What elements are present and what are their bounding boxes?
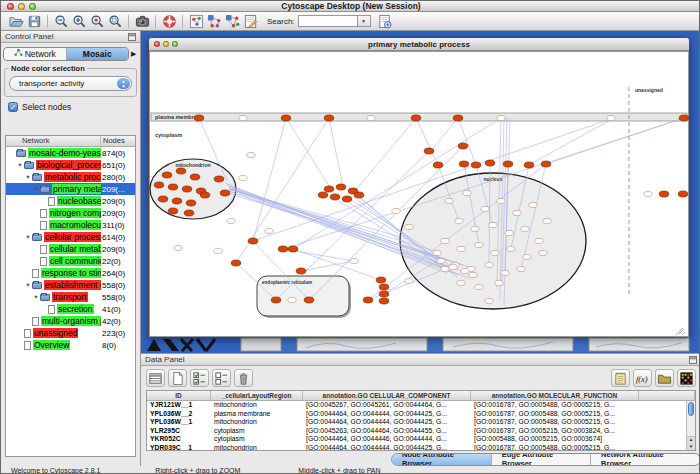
gene-node-unselected[interactable] [523, 254, 531, 259]
snapshot-icon[interactable] [133, 13, 151, 30]
table-row[interactable]: YDR039C__1mitochondrion[GO:0044464, GO:0… [147, 444, 695, 452]
gene-node-unselected[interactable] [405, 278, 413, 283]
gene-node-unselected[interactable] [489, 222, 497, 227]
title-bar[interactable]: Cytoscape Desktop (New Session) [1, 1, 700, 12]
gene-node-unselected[interactable] [543, 218, 551, 223]
gene-node[interactable] [379, 291, 389, 297]
gene-node[interactable] [363, 297, 373, 303]
gene-node-unselected[interactable] [265, 228, 273, 233]
table-scrollbar[interactable]: ▲▼ [686, 401, 695, 450]
gene-node-unselected[interactable] [449, 264, 457, 269]
import-attributes-file-icon[interactable] [655, 369, 674, 387]
gene-node[interactable] [524, 162, 534, 168]
tree-row[interactable]: secretion41(0) [6, 303, 135, 315]
table-cell[interactable]: [GO:0016787, GO:0005488, GO:0005215, G..… [471, 401, 639, 410]
tree-row[interactable]: response to stimulu264(0) [6, 267, 135, 279]
disclosure-triangle-icon[interactable]: ▼ [32, 186, 40, 192]
gene-node-unselected[interactable] [505, 230, 513, 235]
tree-row[interactable]: Overview8(0) [6, 339, 135, 351]
gene-node[interactable] [433, 162, 443, 168]
gene-node[interactable] [453, 115, 463, 121]
gene-node[interactable] [379, 298, 389, 304]
gene-node[interactable] [330, 194, 340, 200]
gene-node-unselected[interactable] [513, 210, 521, 215]
table-cell[interactable]: YLR295C [147, 427, 211, 436]
delete-attribute-icon[interactable] [234, 369, 253, 387]
gene-node[interactable] [168, 184, 178, 190]
gene-node-unselected[interactable] [471, 226, 479, 231]
gene-node[interactable] [248, 238, 258, 244]
tree-row[interactable]: mosaic-demo-yeast874(0) [6, 147, 135, 159]
gene-node[interactable] [503, 161, 513, 167]
gene-node-unselected[interactable] [475, 284, 483, 289]
gene-node-unselected[interactable] [433, 250, 441, 255]
gene-node[interactable] [190, 174, 200, 180]
gene-node[interactable] [296, 268, 306, 274]
gene-node[interactable] [186, 200, 196, 206]
gene-node-unselected[interactable] [227, 218, 235, 223]
gene-node-unselected[interactable] [539, 250, 547, 255]
gene-node-unselected[interactable] [350, 258, 358, 263]
annotate-icon[interactable] [241, 13, 259, 30]
gene-node-unselected[interactable] [455, 218, 463, 223]
gene-node[interactable] [541, 161, 551, 167]
gene-node[interactable] [162, 172, 172, 178]
search-combo-arrow[interactable]: ▼ [358, 15, 371, 27]
tree-row[interactable]: multi-organism pro42(0) [6, 315, 135, 327]
column-header[interactable]: annotation.GO CELLULAR_COMPONENT [303, 391, 471, 400]
zoom-fit-icon[interactable] [106, 13, 124, 30]
scrollbar-arrows[interactable]: ▲▼ [687, 436, 695, 450]
table-cell[interactable]: YPL036W__1 [147, 418, 211, 427]
disclosure-triangle-icon[interactable]: ▼ [24, 282, 32, 288]
table-row[interactable]: YPL036W__1mitochondrion[GO:0044464, GO:0… [147, 418, 695, 427]
gene-node-unselected[interactable] [521, 226, 529, 231]
gene-node[interactable] [220, 190, 230, 196]
tree-row[interactable]: ▼metabolic process280(0) [6, 171, 135, 183]
gene-node-unselected[interactable] [288, 297, 296, 302]
layout-circular-icon[interactable] [223, 13, 241, 30]
gene-node[interactable] [318, 192, 328, 198]
tab-node-attribute-browser[interactable]: Node Attribute Browser [392, 454, 492, 465]
gene-node-unselected[interactable] [461, 268, 469, 273]
network-overview-icon[interactable] [187, 13, 205, 30]
column-header[interactable]: ID [147, 391, 211, 400]
gene-node[interactable] [485, 160, 495, 166]
gene-node-unselected[interactable] [485, 298, 493, 303]
zoom-in-icon[interactable] [70, 13, 88, 30]
gene-node[interactable] [324, 115, 334, 121]
gene-node-unselected[interactable] [485, 262, 493, 267]
gene-node-unselected[interactable] [457, 280, 465, 285]
gene-node[interactable] [176, 168, 186, 174]
gene-node[interactable] [379, 284, 389, 290]
tree-row[interactable]: nitrogen compo209(0) [6, 207, 135, 219]
tab-network[interactable]: Network [4, 48, 67, 60]
gene-node[interactable] [184, 210, 194, 216]
table-cell[interactable]: [GO:0044464, GO:0044444, GO:0044425, G..… [303, 410, 471, 419]
network-graph[interactable]: plasma membranecytoplasmunassignedmitoch… [149, 51, 689, 337]
gene-node[interactable] [194, 115, 204, 121]
gene-node-unselected[interactable] [517, 266, 525, 271]
gene-node-unselected[interactable] [481, 206, 489, 211]
heatmap-icon[interactable] [677, 369, 696, 387]
tree-row[interactable]: ▼biological_process651(0) [6, 159, 135, 171]
layout-organic-icon[interactable] [205, 13, 223, 30]
new-attribute-icon[interactable] [168, 369, 187, 387]
gene-node[interactable] [281, 115, 291, 121]
save-icon[interactable] [25, 13, 43, 30]
table-cell[interactable]: [GO:0016787, GO:0005488, GO:0005215, G..… [471, 444, 639, 452]
table-cell[interactable]: [GO:0016787, GO:0005215, GO:0003824, G..… [471, 427, 639, 436]
open-folder-icon[interactable] [7, 13, 25, 30]
select-nodes-checkbox[interactable]: ✓ [8, 102, 18, 112]
zoom-out-icon[interactable] [52, 13, 70, 30]
disclosure-triangle-icon[interactable]: ▼ [32, 294, 40, 300]
gene-node[interactable] [471, 162, 481, 168]
gene-node[interactable] [679, 115, 689, 121]
help-icon[interactable] [160, 13, 178, 30]
tree-row[interactable]: unassigned223(0) [6, 327, 135, 339]
table-cell[interactable]: mitochondrion [211, 401, 303, 410]
gene-node[interactable] [214, 176, 224, 182]
table-cell[interactable]: YJR121W__1 [147, 401, 211, 410]
gene-node[interactable] [231, 260, 241, 266]
gene-node-unselected[interactable] [174, 245, 182, 250]
gene-node-unselected[interactable] [367, 115, 375, 120]
